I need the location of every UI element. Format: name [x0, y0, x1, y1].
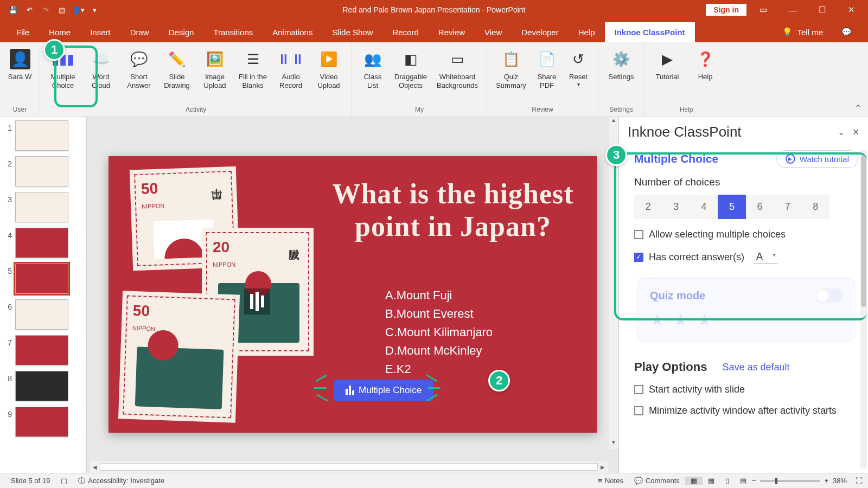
tab-home[interactable]: Home [39, 22, 80, 42]
status-accessibility[interactable]: ⓘAccessibility: Investigate [73, 476, 170, 486]
share-pdf-button[interactable]: 📄Share PDF [532, 46, 562, 93]
view-slideshow-icon[interactable]: ▤ [735, 477, 752, 485]
tab-view[interactable]: View [475, 22, 512, 42]
zoom-in-icon[interactable]: + [824, 477, 828, 485]
tab-help[interactable]: Help [569, 22, 605, 42]
minimize-icon[interactable]: — [780, 0, 805, 20]
slide-drawing-button[interactable]: ✏️Slide Drawing [158, 46, 195, 93]
zoom-slider[interactable] [760, 480, 820, 482]
slide-chart-overlay-icon [244, 288, 270, 314]
tell-me-search[interactable]: 💡 Tell me [774, 22, 832, 42]
cloud-icon: ☁️ [91, 49, 111, 69]
view-normal-icon[interactable]: ▦ [685, 477, 703, 485]
reset-button[interactable]: ↺Reset▾ [563, 46, 593, 91]
editor-hscroll[interactable]: ◀▶ [90, 461, 608, 473]
image-upload-button[interactable]: 🖼️Image Upload [196, 46, 233, 93]
thumb-1[interactable] [15, 120, 68, 151]
user-avatar-button[interactable]: 👤 Sara W [2, 46, 39, 84]
whiteboard-bg-button[interactable]: ▭Whiteboard Backgrounds [432, 46, 482, 93]
quick-access-toolbar: 💾 ↶ ↷ ▤ 👤▾ ▾ [0, 3, 107, 16]
tutorial-button[interactable]: ▶Tutorial [649, 46, 686, 84]
fit-to-window-icon[interactable]: ⛶ [856, 477, 863, 485]
touch-mode-icon[interactable]: 👤▾ [72, 3, 85, 16]
comments-button[interactable]: 💬Comments [629, 477, 685, 485]
redo-icon[interactable]: ↷ [39, 3, 52, 16]
thumb-5[interactable] [15, 264, 68, 294]
thumb-8[interactable] [15, 371, 68, 401]
tab-insert[interactable]: Insert [80, 22, 120, 42]
short-answer-button[interactable]: 💬Short Answer [120, 46, 157, 93]
slide-question: What is the highest point in Japan? [326, 178, 580, 243]
comments-tab-icon[interactable]: 💬 [832, 22, 861, 42]
collapse-ribbon-icon[interactable]: ⌃ [854, 103, 861, 113]
thumb-6[interactable] [15, 299, 68, 330]
gear-icon: ⚙️ [611, 49, 631, 69]
maximize-icon[interactable]: ☐ [809, 0, 834, 20]
window-title: Red and Pale Brown Japan Presentation - … [343, 5, 526, 14]
num-choices-label: Number of choices [634, 176, 858, 188]
slide-thumbnails[interactable]: 1 2 3 4 5 6 7 8 9 [0, 117, 87, 473]
choice-4[interactable]: 4 [690, 195, 718, 219]
tab-classpoint[interactable]: Inknoe ClassPoint [605, 22, 695, 42]
tab-slideshow[interactable]: Slide Show [322, 22, 382, 42]
slide-multiple-choice-button[interactable]: Multiple Choice [334, 380, 433, 401]
notes-button[interactable]: ≡Notes [592, 477, 629, 485]
choice-2[interactable]: 2 [634, 195, 662, 219]
zoom-out-icon[interactable]: − [752, 477, 756, 485]
quiz-mode-toggle[interactable] [815, 288, 843, 303]
zoom-control[interactable]: − + 38% ⛶ [752, 477, 863, 485]
correct-answer-select[interactable]: A [753, 250, 778, 264]
word-cloud-button[interactable]: ☁️Word Cloud [82, 46, 119, 93]
start-with-slide-checkbox[interactable]: Start activity with slide [634, 384, 858, 395]
undo-icon[interactable]: ↶ [23, 3, 36, 16]
view-sorter-icon[interactable]: ▦ [703, 477, 720, 485]
close-icon[interactable]: ✕ [839, 0, 864, 20]
save-as-default-link[interactable]: Save as default [722, 362, 789, 373]
tab-file[interactable]: File [7, 22, 39, 42]
class-list-button[interactable]: 👥Class List [356, 46, 389, 93]
status-notes-icon[interactable]: ▢ [55, 477, 73, 485]
thumb-4[interactable] [15, 228, 68, 258]
present-icon[interactable]: ▤ [55, 3, 68, 16]
tab-review[interactable]: Review [429, 22, 475, 42]
choice-7[interactable]: 7 [774, 195, 801, 219]
status-slide-number[interactable]: Slide 5 of 19 [5, 477, 55, 485]
thumb-9[interactable] [15, 407, 68, 437]
avatar-icon: 👤 [10, 49, 30, 69]
pane-scrollbar[interactable] [860, 150, 867, 468]
thumb-7[interactable] [15, 335, 68, 365]
tab-design[interactable]: Design [159, 22, 204, 42]
watch-tutorial-button[interactable]: ▶ Watch tutorial [776, 150, 858, 168]
quiz-summary-button[interactable]: 📋Quiz Summary [492, 46, 531, 93]
allow-multiple-checkbox[interactable]: Allow selecting multiple choices [634, 229, 858, 240]
qat-more-icon[interactable]: ▾ [88, 3, 101, 16]
editor-vscroll[interactable]: ▲▼ [609, 117, 618, 449]
slide-canvas[interactable]: 50 NIPPON 富士山 20 NIPPON 大阪城 50 NIPPON [108, 156, 597, 433]
thumb-3[interactable] [15, 192, 68, 222]
settings-button[interactable]: ⚙️Settings [603, 46, 640, 84]
fill-blanks-button[interactable]: ☰Fill in the Blanks [234, 46, 271, 93]
choice-8[interactable]: 8 [802, 195, 829, 219]
list-icon: ☰ [242, 49, 263, 69]
draggable-objects-button[interactable]: ◧Draggable Objects [390, 46, 431, 93]
audio-record-button[interactable]: ⏸⏸Audio Record [272, 46, 309, 93]
tab-animations[interactable]: Animations [263, 22, 322, 42]
minimize-window-checkbox[interactable]: Minimize activity window after activity … [634, 405, 858, 416]
choice-3[interactable]: 3 [662, 195, 690, 219]
video-upload-button[interactable]: ▶️Video Upload [310, 46, 347, 93]
view-reading-icon[interactable]: ▯ [720, 477, 735, 485]
thumb-2[interactable] [15, 156, 68, 187]
tab-transitions[interactable]: Transitions [203, 22, 263, 42]
ribbon-display-icon[interactable]: ▭ [751, 0, 776, 20]
tab-record[interactable]: Record [382, 22, 428, 42]
help-button[interactable]: ❓Help [687, 46, 724, 84]
has-correct-checkbox[interactable]: Has correct answer(s) A [634, 250, 858, 264]
tab-draw[interactable]: Draw [120, 22, 159, 42]
choice-6[interactable]: 6 [746, 195, 774, 219]
pane-dropdown-icon[interactable]: ⌄ [838, 127, 845, 137]
pane-close-icon[interactable]: ✕ [852, 127, 859, 137]
sign-in-button[interactable]: Sign in [706, 4, 746, 16]
choice-5[interactable]: 5 [718, 195, 745, 219]
tab-developer[interactable]: Developer [512, 22, 568, 42]
save-icon[interactable]: 💾 [7, 3, 20, 16]
